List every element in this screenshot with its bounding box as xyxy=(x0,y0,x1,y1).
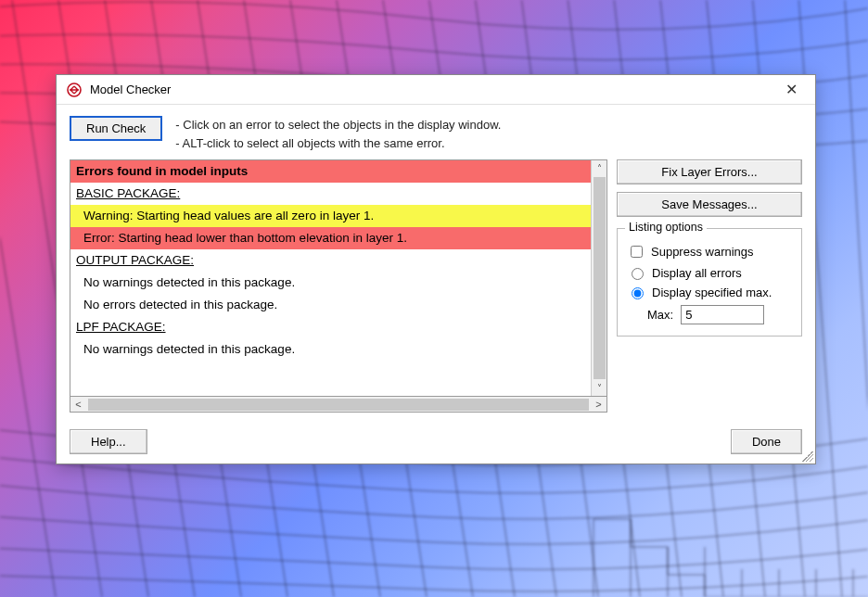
scroll-down-icon[interactable]: ˅ xyxy=(592,380,606,396)
scroll-thumb[interactable] xyxy=(594,177,606,379)
max-label: Max: xyxy=(647,308,673,322)
instructions: - Click on an error to select the object… xyxy=(175,116,501,152)
resize-grip-icon[interactable] xyxy=(802,451,813,462)
titlebar: Model Checker ✕ xyxy=(57,75,815,105)
svg-line-19 xyxy=(844,0,868,597)
horizontal-scrollbar[interactable]: < > xyxy=(70,397,607,413)
vertical-scrollbar[interactable]: ˄ ˅ xyxy=(591,160,606,396)
scroll-thumb[interactable] xyxy=(88,399,589,411)
svg-line-0 xyxy=(0,0,56,597)
max-input[interactable] xyxy=(681,305,764,324)
display-all-radio[interactable] xyxy=(632,268,644,280)
window-title: Model Checker xyxy=(90,83,772,96)
package-section[interactable]: BASIC PACKAGE: xyxy=(70,183,591,205)
listing-options-group: Listing options Suppress warnings Displa… xyxy=(617,228,802,337)
display-all-option[interactable]: Display all errors xyxy=(627,265,792,280)
instruction-line: - Click on an error to select the object… xyxy=(175,116,501,134)
info-row[interactable]: No warnings detected in this package. xyxy=(70,272,591,294)
option-label: Suppress warnings xyxy=(651,245,754,259)
display-max-radio[interactable] xyxy=(632,287,644,299)
package-section[interactable]: LPF PACKAGE: xyxy=(70,316,591,338)
display-max-option[interactable]: Display specified max. xyxy=(627,285,792,299)
scroll-up-icon[interactable]: ˄ xyxy=(592,160,606,176)
suppress-warnings-checkbox[interactable] xyxy=(631,246,643,258)
close-icon: ✕ xyxy=(785,81,798,98)
warning-row[interactable]: Warning: Starting head values are all ze… xyxy=(70,205,591,227)
instruction-line: - ALT-click to select all objects with t… xyxy=(175,134,501,153)
run-check-button[interactable]: Run Check xyxy=(70,116,162,141)
save-messages-button[interactable]: Save Messages... xyxy=(617,192,802,217)
suppress-warnings-option[interactable]: Suppress warnings xyxy=(627,243,792,260)
option-label: Display all errors xyxy=(652,266,742,280)
fix-layer-errors-button[interactable]: Fix Layer Errors... xyxy=(617,159,802,184)
package-section[interactable]: OUTPUT PACKAGE: xyxy=(70,249,591,272)
option-label: Display specified max. xyxy=(652,286,772,299)
app-icon xyxy=(66,82,83,98)
messages-header: Errors found in model inputs xyxy=(70,160,591,183)
error-row[interactable]: Error: Starting head lower than bottom e… xyxy=(70,227,591,249)
done-button[interactable]: Done xyxy=(731,429,802,454)
scroll-left-icon[interactable]: < xyxy=(70,397,86,412)
scroll-right-icon[interactable]: > xyxy=(591,397,606,412)
close-button[interactable]: ✕ xyxy=(772,75,810,104)
group-legend: Listing options xyxy=(625,221,707,234)
info-row[interactable]: No warnings detected in this package. xyxy=(70,338,591,361)
model-checker-dialog: Model Checker ✕ Run Check - Click on an … xyxy=(56,74,816,464)
messages-list[interactable]: Errors found in model inputsBASIC PACKAG… xyxy=(70,159,607,397)
info-row[interactable]: No errors detected in this package. xyxy=(70,294,591,316)
help-button[interactable]: Help... xyxy=(70,429,147,454)
